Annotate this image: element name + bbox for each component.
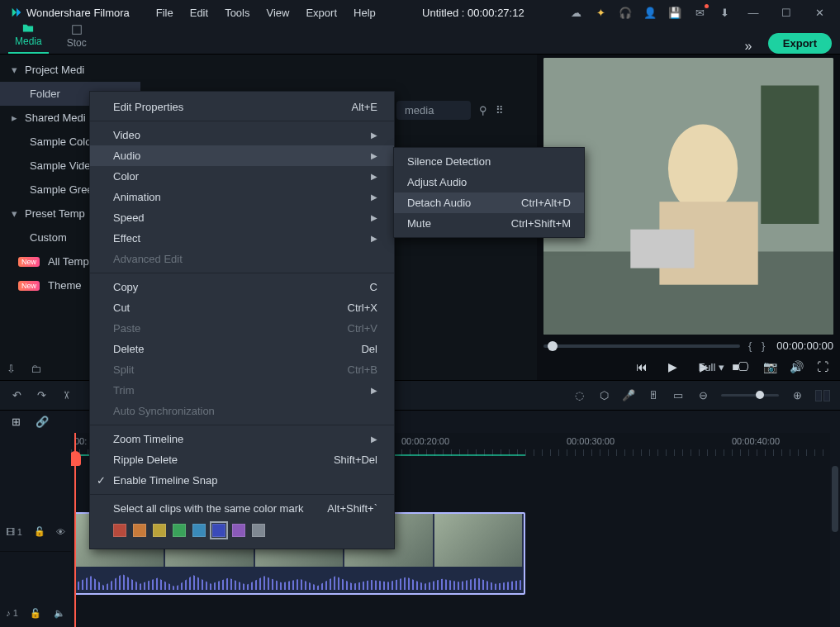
- add-track-icon[interactable]: ⊞: [12, 416, 21, 428]
- color-swatch[interactable]: [252, 524, 265, 537]
- prev-frame-button[interactable]: ⏮: [634, 360, 649, 373]
- play-button[interactable]: ▶: [666, 360, 681, 373]
- color-swatch[interactable]: [192, 524, 206, 537]
- color-swatch[interactable]: [153, 524, 166, 537]
- sub-adjust-audio[interactable]: Adjust Audio: [394, 172, 584, 192]
- search-input[interactable]: media: [396, 101, 471, 120]
- timeline-scrollbar[interactable]: [830, 433, 840, 627]
- export-button[interactable]: Export: [768, 33, 832, 54]
- display-icon[interactable]: 🖵: [736, 360, 751, 373]
- lock-icon[interactable]: 🔓: [30, 608, 41, 619]
- ctx-delete[interactable]: DeleteDel: [90, 339, 394, 359]
- ctx-cut[interactable]: CutCtrl+X: [90, 297, 394, 318]
- headphones-icon[interactable]: 🎧: [619, 6, 632, 19]
- more-tabs-button[interactable]: »: [740, 39, 757, 54]
- audio-track-head[interactable]: ♪ 1 🔓 🔈: [0, 598, 71, 627]
- menu-export[interactable]: Export: [299, 3, 344, 22]
- account-icon[interactable]: 👤: [643, 6, 657, 19]
- menu-view[interactable]: View: [259, 3, 296, 22]
- preview-timecode: 00:00:00:00: [776, 340, 833, 352]
- crop-icon[interactable]: ▭: [672, 389, 685, 401]
- color-swatch[interactable]: [133, 524, 146, 537]
- color-swatch[interactable]: [212, 524, 225, 537]
- ctx-speed[interactable]: Speed▶: [90, 207, 394, 228]
- scrollbar-thumb[interactable]: [832, 466, 838, 532]
- ctx-advanced-edit: Advanced Edit: [90, 249, 394, 269]
- download-icon[interactable]: ⬇: [718, 6, 731, 19]
- menu-tools[interactable]: Tools: [218, 3, 256, 22]
- video-track-head[interactable]: 🎞 1 🔓 👁: [0, 512, 71, 552]
- color-swatch[interactable]: [113, 524, 126, 537]
- split-tool-icon[interactable]: ✂: [60, 389, 73, 402]
- tree-project-media[interactable]: ▾Project Medi: [0, 58, 140, 82]
- tab-media-label: Media: [15, 36, 42, 47]
- ctx-enable-snap[interactable]: ✓Enable Timeline Snap: [90, 470, 394, 491]
- tab-stock[interactable]: Stoc: [60, 19, 93, 54]
- color-swatch[interactable]: [173, 524, 186, 537]
- window-maximize[interactable]: ☐: [776, 6, 797, 19]
- zoom-in-icon[interactable]: ⊕: [790, 389, 804, 401]
- scrub-knob[interactable]: [548, 341, 558, 351]
- sub-detach-audio[interactable]: Detach AudioCtrl+Alt+D: [394, 192, 584, 213]
- track-view-toggle[interactable]: [815, 390, 830, 401]
- import-icon[interactable]: ⇩: [7, 363, 16, 375]
- menu-edit[interactable]: Edit: [183, 3, 215, 22]
- zoom-slider[interactable]: [721, 394, 779, 397]
- lock-icon[interactable]: 🔓: [34, 526, 45, 537]
- ctx-animation[interactable]: Animation▶: [90, 187, 394, 207]
- ctx-copy[interactable]: CopyC: [90, 277, 394, 297]
- ruler-label: 00:00:40:00: [732, 436, 780, 446]
- message-icon[interactable]: ✉: [693, 6, 706, 19]
- scrub-track[interactable]: [543, 344, 740, 348]
- window-close[interactable]: ✕: [809, 6, 830, 19]
- lightbulb-icon[interactable]: ✦: [594, 6, 607, 19]
- undo-button[interactable]: ↶: [10, 389, 23, 401]
- ctx-edit-properties[interactable]: Edit PropertiesAlt+E: [90, 97, 394, 117]
- color-swatch[interactable]: [232, 524, 245, 537]
- menu-help[interactable]: Help: [347, 3, 382, 22]
- tree-label: Shared Medi: [25, 112, 86, 124]
- zoom-knob[interactable]: [756, 391, 764, 399]
- mute-icon[interactable]: 🔈: [54, 608, 65, 619]
- quality-dropdown[interactable]: Full ▾: [698, 361, 724, 373]
- playhead[interactable]: [74, 433, 76, 627]
- ctx-audio[interactable]: Audio▶: [90, 145, 394, 166]
- zoom-out-icon[interactable]: ⊖: [696, 389, 709, 401]
- marker-icon[interactable]: ⬡: [597, 389, 610, 401]
- sub-silence-detection[interactable]: Silence Detection: [394, 151, 584, 172]
- ctx-select-color[interactable]: Select all clips with the same color mar…: [90, 498, 394, 519]
- sub-mute[interactable]: MuteCtrl+Shift+M: [394, 213, 584, 234]
- mark-braces[interactable]: { }: [748, 340, 768, 352]
- volume-icon[interactable]: 🔊: [789, 360, 804, 373]
- save-icon[interactable]: 💾: [668, 6, 681, 19]
- redo-button[interactable]: ↷: [35, 389, 48, 401]
- snapshot-icon[interactable]: 📷: [762, 360, 777, 373]
- svg-rect-0: [72, 26, 81, 35]
- ctx-color-swatches: [90, 519, 394, 544]
- ctx-zoom-timeline[interactable]: Zoom Timeline▶: [90, 429, 394, 449]
- link-icon[interactable]: 🔗: [36, 416, 49, 428]
- visibility-icon[interactable]: 👁: [56, 527, 65, 537]
- ctx-color[interactable]: Color▶: [90, 166, 394, 187]
- window-minimize[interactable]: —: [743, 6, 764, 19]
- clip-audio-waveform: [76, 567, 524, 593]
- cloud-icon[interactable]: ☁: [569, 6, 582, 19]
- audio-submenu: Silence Detection Adjust Audio Detach Au…: [393, 147, 585, 238]
- ctx-video[interactable]: Video▶: [90, 125, 394, 145]
- render-icon[interactable]: ◌: [572, 389, 586, 401]
- new-folder-icon[interactable]: 🗀: [31, 363, 41, 375]
- preview-canvas[interactable]: [543, 58, 833, 335]
- ctx-effect[interactable]: Effect▶: [90, 228, 394, 249]
- ctx-ripple-delete[interactable]: Ripple DeleteShift+Del: [90, 449, 394, 470]
- document-title: Untitled : 00:00:27:12: [382, 7, 564, 19]
- fullscreen-icon[interactable]: ⛶: [815, 360, 830, 373]
- grid-view-icon[interactable]: ⠿: [496, 104, 504, 116]
- filter-icon[interactable]: ⚲: [479, 104, 487, 116]
- record-voiceover-icon[interactable]: 🎤: [622, 389, 635, 401]
- tab-media[interactable]: Media: [8, 17, 49, 54]
- ruler-label: 00:00:20:00: [401, 436, 449, 446]
- tree-label: Sample Colo: [30, 135, 91, 148]
- menu-file[interactable]: File: [149, 3, 180, 22]
- audio-mixer-icon[interactable]: 🎚: [647, 389, 660, 401]
- audio-track-icon: ♪ 1: [6, 608, 18, 618]
